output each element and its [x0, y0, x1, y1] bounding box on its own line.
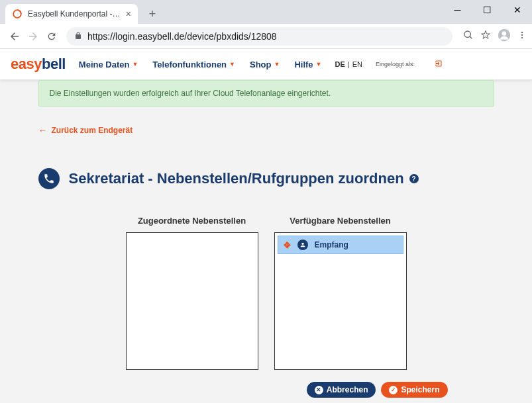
assigned-column: Zugeordnete Nebenstellen: [126, 216, 258, 370]
back-button[interactable]: [5, 27, 24, 46]
arrow-left-icon: ←: [38, 125, 48, 136]
url-input[interactable]: https://login.easybell.de/device/pbxdids…: [66, 27, 452, 46]
new-tab-button[interactable]: +: [143, 7, 162, 21]
address-bar: https://login.easybell.de/device/pbxdids…: [0, 24, 532, 49]
nav-shop[interactable]: Shop▼: [250, 60, 280, 69]
top-nav: easybell Meine Daten▼ Telefonfunktionen▼…: [0, 49, 532, 80]
close-window-button[interactable]: ✕: [502, 0, 532, 20]
zoom-icon[interactable]: [463, 30, 474, 43]
assigned-title: Zugeordnete Nebenstellen: [126, 216, 258, 226]
nav-hilfe[interactable]: Hilfe▼: [294, 60, 321, 69]
tab-close-icon[interactable]: ×: [126, 9, 131, 19]
svg-point-4: [502, 31, 507, 36]
tab-title: Easybell Kundenportal - Sekretar: [28, 9, 122, 19]
save-button[interactable]: ✓ Speichern: [381, 382, 447, 398]
menu-icon[interactable]: [517, 30, 527, 42]
nav-meine-daten[interactable]: Meine Daten▼: [79, 60, 138, 69]
assigned-dropzone[interactable]: [126, 232, 258, 370]
bookmark-icon[interactable]: [480, 30, 491, 43]
browser-tab[interactable]: Easybell Kundenportal - Sekretar ×: [5, 4, 138, 24]
svg-line-2: [470, 36, 472, 38]
help-icon[interactable]: ?: [409, 174, 419, 183]
available-column: Verfügbare Nebenstellen ✥ Empfang: [274, 216, 407, 370]
extension-label: Empfang: [315, 240, 348, 249]
chevron-down-icon: ▼: [229, 61, 235, 67]
phone-icon: [38, 168, 60, 189]
minimize-button[interactable]: ─: [443, 0, 472, 20]
tab-bar: Easybell Kundenportal - Sekretar × + ─ ☐…: [0, 0, 532, 24]
page-heading: Sekretariat - Nebenstellen/Rufgruppen zu…: [38, 168, 494, 189]
available-dropzone[interactable]: ✥ Empfang: [274, 232, 407, 370]
favicon-icon: [12, 9, 23, 19]
success-alert: Die Einstellungen wurden erfolgreich auf…: [38, 80, 494, 107]
language-switch[interactable]: DE | EN: [335, 60, 362, 68]
url-text: https://login.easybell.de/device/pbxdids…: [87, 31, 277, 42]
back-link[interactable]: ← Zurück zum Endgerät: [38, 125, 133, 136]
chevron-down-icon: ▼: [274, 61, 280, 67]
svg-point-6: [521, 34, 523, 35]
chevron-down-icon: ▼: [132, 61, 138, 67]
maximize-button[interactable]: ☐: [472, 0, 502, 20]
forward-button[interactable]: [24, 27, 42, 46]
x-icon: ✕: [315, 386, 323, 394]
lock-icon: [74, 31, 82, 42]
available-title: Verfügbare Nebenstellen: [274, 216, 407, 226]
nav-telefonfunktionen[interactable]: Telefonfunktionen▼: [152, 60, 235, 69]
logout-icon[interactable]: [435, 58, 443, 70]
svg-point-7: [521, 36, 523, 38]
reload-button[interactable]: [42, 27, 61, 46]
page-content: easybell Meine Daten▼ Telefonfunktionen▼…: [0, 49, 532, 403]
move-icon: ✥: [284, 240, 291, 250]
chevron-down-icon: ▼: [316, 61, 322, 67]
cancel-button[interactable]: ✕ Abbrechen: [307, 382, 376, 398]
logo[interactable]: easybell: [11, 56, 66, 73]
browser-chrome: Easybell Kundenportal - Sekretar × + ─ ☐…: [0, 0, 532, 49]
svg-point-8: [301, 243, 303, 245]
extension-item[interactable]: ✥ Empfang: [278, 236, 403, 254]
login-status-label: Eingeloggt als:: [376, 61, 415, 67]
user-icon: [297, 240, 308, 250]
profile-icon[interactable]: [498, 28, 511, 44]
check-icon: ✓: [389, 386, 398, 394]
svg-point-5: [521, 31, 523, 32]
svg-point-1: [464, 31, 470, 37]
